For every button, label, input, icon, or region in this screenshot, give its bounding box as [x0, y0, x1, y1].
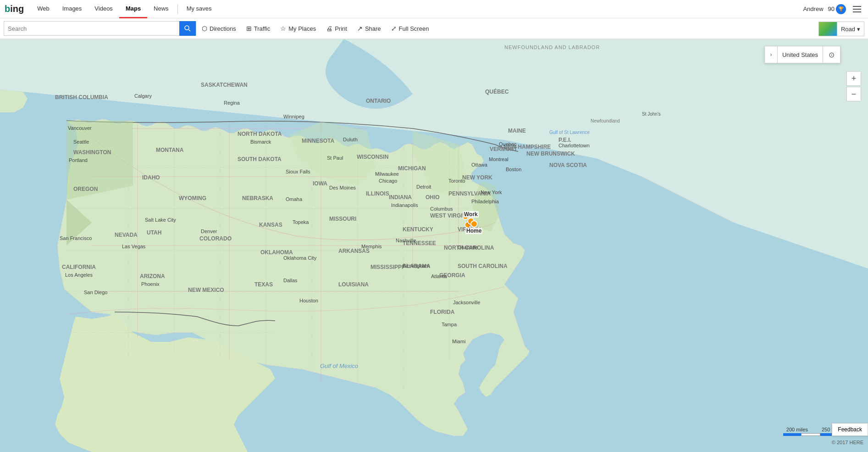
map-thumbnail — [819, 22, 837, 36]
location-target-icon[interactable]: ⊙ — [823, 46, 840, 63]
my-places-label: My Places — [288, 25, 316, 32]
scale-line — [783, 433, 838, 436]
fullscreen-label: Full Screen — [399, 25, 429, 32]
nav-news[interactable]: News — [147, 0, 175, 18]
star-icon: ☆ — [280, 25, 286, 32]
directions-icon: ⬡ — [202, 25, 207, 32]
print-label: Print — [335, 25, 347, 32]
nav-my-saves[interactable]: My saves — [180, 0, 218, 18]
top-navigation: b ing Web Images Videos Maps News My sav… — [0, 0, 868, 18]
nav-maps[interactable]: Maps — [119, 0, 147, 18]
location-search-box[interactable]: › United States ⊙ — [764, 46, 840, 63]
nav-web[interactable]: Web — [31, 0, 56, 18]
search-input[interactable] — [4, 22, 179, 35]
directions-label: Directions — [210, 25, 236, 32]
my-places-button[interactable]: ☆ My Places — [276, 20, 321, 37]
fullscreen-icon: ⤢ — [391, 25, 397, 32]
bing-logo[interactable]: b ing — [5, 4, 24, 14]
location-text: United States — [778, 51, 823, 58]
search-button[interactable] — [179, 21, 196, 36]
feedback-button[interactable]: Feedback — [832, 423, 868, 436]
print-icon: 🖨 — [326, 25, 332, 32]
share-button[interactable]: ↗ Share — [353, 20, 386, 37]
newfoundland-label: NEWFOUNDLAND AND LABRADOR — [504, 45, 600, 50]
reward-badge[interactable]: 90 🏆 — [828, 4, 846, 14]
zoom-out-button[interactable]: − — [846, 87, 861, 101]
reward-count: 90 — [828, 6, 835, 12]
zoom-in-button[interactable]: + — [846, 71, 861, 86]
scale-labels: 200 miles 250 km — [786, 427, 838, 432]
reward-icon: 🏆 — [836, 4, 846, 14]
map-svg — [0, 39, 868, 452]
scale-seg-1 — [783, 433, 801, 436]
map-area[interactable]: NEWFOUNDLAND AND LABRADOR BRITISH COLUMB… — [0, 39, 868, 452]
nav-images[interactable]: Images — [56, 0, 88, 18]
scale-miles: 200 miles — [786, 427, 808, 432]
svg-point-29 — [463, 214, 468, 219]
share-label: Share — [365, 25, 381, 32]
fullscreen-button[interactable]: ⤢ Full Screen — [387, 20, 434, 37]
svg-line-1 — [189, 30, 191, 32]
svg-point-30 — [465, 222, 470, 228]
scale-seg-2 — [801, 433, 820, 436]
map-toolbar: ⬡ Directions ⊞ Traffic ☆ My Places 🖨 Pri… — [0, 18, 868, 39]
map-view-label: Road ▾ — [837, 26, 864, 33]
traffic-label: Traffic — [254, 25, 270, 32]
zoom-controls: + − — [846, 71, 861, 102]
nav-links: Web Images Videos Maps News My saves — [31, 0, 218, 18]
copyright: © 2017 HERE — [832, 440, 863, 445]
hamburger-menu[interactable] — [851, 4, 863, 15]
map-view-selector[interactable]: Road ▾ — [818, 22, 864, 36]
traffic-icon: ⊞ — [246, 25, 252, 32]
scale-bar: 200 miles 250 km — [783, 427, 838, 436]
user-name: Andrew — [803, 6, 823, 12]
nav-videos[interactable]: Videos — [88, 0, 119, 18]
location-back-arrow[interactable]: › — [765, 46, 778, 63]
nav-right: Andrew 90 🏆 — [803, 4, 863, 15]
search-container — [4, 21, 196, 36]
directions-button[interactable]: ⬡ Directions — [197, 20, 241, 37]
traffic-button[interactable]: ⊞ Traffic — [242, 20, 275, 37]
svg-point-0 — [185, 26, 189, 30]
nav-divider — [177, 5, 178, 14]
print-button[interactable]: 🖨 Print — [321, 20, 352, 37]
share-icon: ↗ — [357, 25, 363, 32]
